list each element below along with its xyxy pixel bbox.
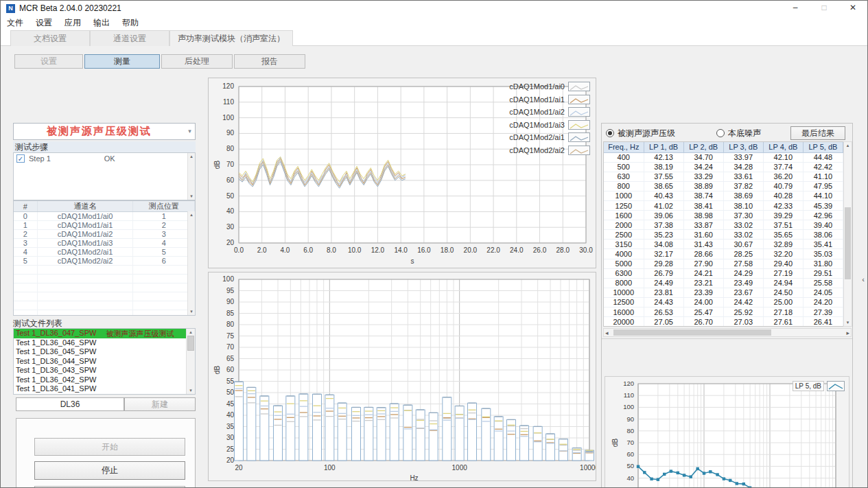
menu-item-应用[interactable]: 应用 xyxy=(58,16,87,30)
results-col-header[interactable]: LP 4, dB xyxy=(763,142,803,152)
minimize-button[interactable]: – xyxy=(781,1,810,16)
final-result-button[interactable]: 最后结果 xyxy=(790,126,845,140)
results-table[interactable]: Freq., HzLP 1, dBLP 2, dBLP 3, dBLP 4, d… xyxy=(604,142,843,327)
results-row[interactable]: 160039.0638.9837.3039.2942.96 xyxy=(604,211,843,220)
channel-row[interactable] xyxy=(14,275,195,283)
channel-row[interactable] xyxy=(14,292,195,301)
main-tab-0[interactable]: 文档设置 xyxy=(10,30,90,46)
sub-tab-2[interactable]: 后处理 xyxy=(161,54,233,69)
results-row[interactable]: 500029.2827.9027.5829.4031.80 xyxy=(604,259,843,268)
step-checkbox[interactable]: ✓ xyxy=(16,154,25,163)
file-list-item[interactable]: Test 1_DL36_047_SPW被测声源声压级测试 xyxy=(14,329,195,338)
stop-button[interactable]: 停止 xyxy=(34,461,185,480)
channel-row[interactable] xyxy=(14,283,195,292)
file-list-item[interactable]: Test 1_DL36_045_SPW xyxy=(14,347,195,357)
results-cell: 38.06 xyxy=(803,230,843,240)
results-cell: 37.51 xyxy=(763,220,803,230)
results-row[interactable]: 40042.1334.7033.9742.1044.48 xyxy=(604,152,843,162)
scroll-down-icon[interactable]: ▾ xyxy=(188,194,195,199)
start-button[interactable]: 开始 xyxy=(34,438,185,456)
chevron-down-icon[interactable]: ▾ xyxy=(185,124,195,139)
sub-tab-1[interactable]: 测量 xyxy=(84,54,160,69)
results-row[interactable]: 50038.1934.2434.2837.7442.42 xyxy=(604,162,843,172)
channel-row[interactable]: 1cDAQ1Mod1/ai12 xyxy=(14,221,195,230)
channel-row[interactable] xyxy=(14,266,195,275)
file-list-item[interactable]: Test 1_DL36_044_SPW xyxy=(14,357,195,367)
channel-row[interactable]: 5cDAQ1Mod2/ai26 xyxy=(14,257,195,266)
results-row[interactable]: 630026.7924.2124.2927.1929.51 xyxy=(604,268,843,278)
scroll-right-icon[interactable]: ▸ xyxy=(846,329,849,336)
spectrum-bar-chart[interactable]: 2010010001000020253035404550556065707580… xyxy=(209,272,596,480)
scroll-up-icon[interactable]: ▴ xyxy=(187,329,195,335)
step-list[interactable]: ✓ Step 1 OK ▴ ▾ xyxy=(13,152,196,200)
step-row[interactable]: ✓ Step 1 OK xyxy=(14,153,195,164)
scroll-down-icon[interactable]: ▾ xyxy=(188,309,195,314)
channel-row[interactable]: 0cDAQ1Mod1/ai01 xyxy=(14,212,195,221)
sub-tab-3[interactable]: 报告 xyxy=(234,54,305,69)
scrollbar-thumb[interactable] xyxy=(187,336,194,351)
svg-text:90: 90 xyxy=(226,298,235,305)
results-row[interactable]: 1600026.5325.4725.9227.1827.39 xyxy=(604,307,843,317)
menu-item-文件[interactable]: 文件 xyxy=(1,16,30,30)
menu-item-帮助[interactable]: 帮助 xyxy=(116,16,145,30)
channel-row[interactable]: 2cDAQ1Mod1/ai23 xyxy=(14,230,195,239)
results-col-header[interactable]: LP 5, dB xyxy=(803,142,843,152)
main-tab-2[interactable]: 声功率测试模块（消声室法） xyxy=(169,30,293,46)
main-tab-1[interactable]: 通道设置 xyxy=(90,30,169,46)
channel-row[interactable] xyxy=(14,310,195,316)
channel-row[interactable]: 3cDAQ1Mod1/ai34 xyxy=(14,239,195,248)
scrollbar-thumb[interactable] xyxy=(613,329,771,336)
results-row[interactable]: 1000023.8123.3923.6724.5024.05 xyxy=(604,288,843,297)
step-list-scrollbar[interactable]: ▴ ▾ xyxy=(187,153,195,200)
results-row[interactable]: 200037.3833.8733.0237.5139.40 xyxy=(604,220,843,230)
channel-table-scrollbar[interactable]: ▴ ▾ xyxy=(187,211,195,315)
collapse-panel-button[interactable]: ‹ xyxy=(862,275,865,283)
results-row[interactable]: 315034.0831.4330.6732.8935.41 xyxy=(604,240,843,249)
channel-row[interactable]: 4cDAQ1Mod2/ai15 xyxy=(14,248,195,257)
scroll-up-icon[interactable]: ▴ xyxy=(188,154,195,159)
scroll-left-icon[interactable]: ◂ xyxy=(605,329,609,336)
results-col-header[interactable]: LP 1, dB xyxy=(644,142,683,152)
file-list-item[interactable]: Test 1_DL36_046_SPW xyxy=(14,338,195,348)
prefix-button[interactable]: DL36 xyxy=(16,397,124,411)
radio-source-level[interactable] xyxy=(606,129,614,137)
frequency-response-chart[interactable]: 1001000100001000002030405060708090100110… xyxy=(605,377,849,488)
results-row[interactable]: 250035.2331.6033.0235.6538.06 xyxy=(604,230,843,240)
results-col-header[interactable]: LP 3, dB xyxy=(723,142,763,152)
scroll-up-icon[interactable]: ▴ xyxy=(188,212,195,218)
scrollbar-thumb[interactable] xyxy=(845,207,851,279)
results-row[interactable]: 100040.4338.7438.6940.2844.10 xyxy=(604,191,843,200)
results-row[interactable]: 1250024.4324.0024.4225.0024.20 xyxy=(604,297,843,307)
results-table-hscrollbar[interactable]: ◂ ▸ xyxy=(603,328,852,337)
channel-table[interactable]: #通道名测点位置0cDAQ1Mod1/ai011cDAQ1Mod1/ai122c… xyxy=(14,201,195,316)
sub-tab-0[interactable]: 设置 xyxy=(14,54,83,69)
results-row[interactable]: 63037.5533.2933.6136.2041.10 xyxy=(604,172,843,181)
menu-item-输出[interactable]: 输出 xyxy=(87,16,116,30)
radio-background-noise[interactable] xyxy=(716,129,725,137)
scroll-down-icon[interactable]: ▾ xyxy=(844,320,852,325)
test-type-dropdown[interactable]: 被测声源声压级测试 ▾ xyxy=(13,123,196,140)
maximize-button[interactable]: □ xyxy=(810,1,838,16)
file-list-item[interactable]: Test 1_DL36_041_SPW xyxy=(14,384,195,394)
results-row[interactable]: 800024.4923.2123.4924.9425.58 xyxy=(604,278,843,288)
results-col-header[interactable]: LP 2, dB xyxy=(683,142,723,152)
channel-cell: 6 xyxy=(133,257,195,266)
scroll-down-icon[interactable]: ▾ xyxy=(187,388,195,393)
menu-item-设置[interactable]: 设置 xyxy=(30,16,58,30)
results-row[interactable]: 80038.6538.8937.8240.7947.95 xyxy=(604,181,843,191)
results-row[interactable]: 125041.0238.4138.1042.3345.39 xyxy=(604,200,843,210)
scroll-up-icon[interactable]: ▴ xyxy=(844,143,852,148)
results-row[interactable]: 2000027.0526.7027.0327.6126.41 xyxy=(604,317,843,327)
file-list-scrollbar[interactable]: ▴ ▾ xyxy=(186,329,195,394)
test-file-list[interactable]: Test 1_DL36_047_SPW被测声源声压级测试Test 1_DL36_… xyxy=(13,328,196,395)
results-row[interactable]: 400032.1728.6628.2532.2035.03 xyxy=(604,249,843,259)
file-list-item[interactable]: Test 1_DL36_042_SPW xyxy=(14,375,195,385)
new-file-button[interactable]: 新建 xyxy=(124,397,196,411)
results-col-header[interactable]: Freq., Hz xyxy=(604,142,644,152)
file-list-item[interactable]: Test 1_DL36_043_SPW xyxy=(14,366,195,375)
channel-row[interactable] xyxy=(14,301,195,310)
results-table-vscrollbar[interactable]: ▴ ▾ xyxy=(843,141,852,327)
close-button[interactable]: ✕ xyxy=(838,1,867,16)
svg-text:30: 30 xyxy=(226,434,235,441)
time-history-chart-panel: 0.02.04.06.08.010.012.014.016.018.020.02… xyxy=(208,78,596,268)
